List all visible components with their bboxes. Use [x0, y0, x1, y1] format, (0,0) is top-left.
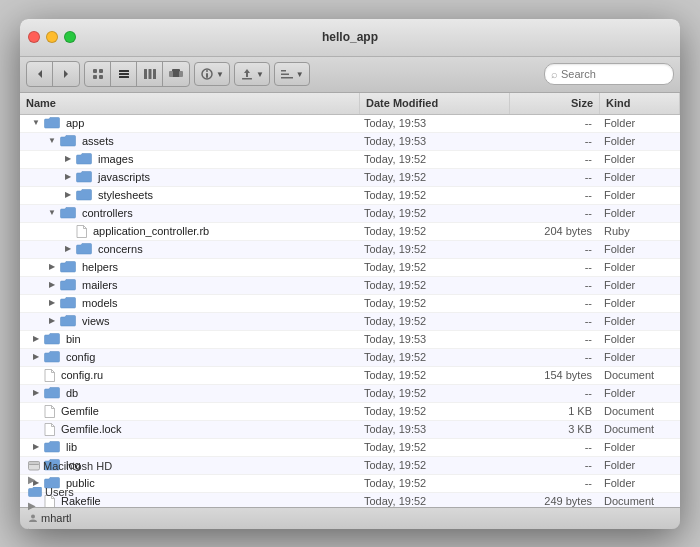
svg-marker-1: [64, 70, 68, 78]
expand-triangle[interactable]: ▶: [47, 316, 57, 326]
file-kind-cell: Folder: [600, 261, 680, 273]
expand-triangle[interactable]: ▼: [47, 208, 57, 218]
folder-icon: [76, 189, 92, 201]
expand-triangle[interactable]: ▼: [31, 118, 41, 128]
table-row[interactable]: ▼ appToday, 19:53--Folder: [20, 115, 680, 133]
file-name-cell: ▶ stylesheets: [20, 189, 360, 201]
file-name-text: javascripts: [98, 171, 150, 183]
breadcrumb-item[interactable]: Macintosh HD: [28, 460, 112, 472]
table-row[interactable]: ▼ assetsToday, 19:53--Folder: [20, 133, 680, 151]
file-name-cell: ▶ helpers: [20, 261, 360, 273]
file-date-cell: Today, 19:52: [360, 441, 510, 453]
table-row[interactable]: ▶ viewsToday, 19:52--Folder: [20, 313, 680, 331]
table-row[interactable]: ▶ mailersToday, 19:52--Folder: [20, 277, 680, 295]
file-name-text: helpers: [82, 261, 118, 273]
file-list[interactable]: Name Date Modified Size Kind ▼ appToday,…: [20, 93, 680, 507]
file-name-text: mailers: [82, 279, 117, 291]
table-row[interactable]: ▶ helpersToday, 19:52--Folder: [20, 259, 680, 277]
table-row[interactable]: ▶ binToday, 19:53--Folder: [20, 331, 680, 349]
svg-marker-0: [38, 70, 42, 78]
file-date-cell: Today, 19:52: [360, 189, 510, 201]
file-name-cell: ▼ controllers: [20, 207, 360, 219]
forward-button[interactable]: [53, 62, 79, 86]
column-view-button[interactable]: [137, 62, 163, 86]
search-input[interactable]: [561, 68, 667, 80]
expand-triangle[interactable]: ▶: [63, 172, 73, 182]
table-row[interactable]: Gemfile.lockToday, 19:533 KBDocument: [20, 421, 680, 439]
table-row[interactable]: ▶ publicToday, 19:52--Folder: [20, 475, 680, 493]
table-row[interactable]: config.ruToday, 19:52154 bytesDocument: [20, 367, 680, 385]
breadcrumb-item[interactable]: mhartl: [28, 512, 112, 524]
table-row[interactable]: application_controller.rbToday, 19:52204…: [20, 223, 680, 241]
view-buttons: [84, 61, 190, 87]
file-name-cell: ▼ assets: [20, 135, 360, 147]
table-row[interactable]: ▶ configToday, 19:52--Folder: [20, 349, 680, 367]
folder-icon: [44, 387, 60, 399]
file-name-text: Gemfile: [61, 405, 99, 417]
file-date-cell: Today, 19:52: [360, 243, 510, 255]
breadcrumb-separator: ▶: [28, 500, 36, 511]
expand-triangle[interactable]: ▼: [47, 136, 57, 146]
svg-rect-4: [93, 75, 97, 79]
file-kind-cell: Folder: [600, 135, 680, 147]
file-size-cell: 249 bytes: [510, 495, 600, 507]
table-row[interactable]: ▶ imagesToday, 19:52--Folder: [20, 151, 680, 169]
table-row[interactable]: ▶ concernsToday, 19:52--Folder: [20, 241, 680, 259]
file-name-text: Gemfile.lock: [61, 423, 122, 435]
file-name-cell: Gemfile: [20, 405, 360, 418]
expand-triangle[interactable]: ▶: [63, 190, 73, 200]
search-box[interactable]: ⌕: [544, 63, 674, 85]
table-row[interactable]: ▶ modelsToday, 19:52--Folder: [20, 295, 680, 313]
date-column-header[interactable]: Date Modified: [360, 93, 510, 114]
size-column-header[interactable]: Size: [510, 93, 600, 114]
action-button[interactable]: ▼: [194, 62, 230, 86]
file-size-cell: --: [510, 441, 600, 453]
svg-rect-12: [172, 69, 180, 77]
expand-triangle[interactable]: ▶: [63, 244, 73, 254]
file-kind-cell: Folder: [600, 207, 680, 219]
expand-triangle[interactable]: ▶: [31, 388, 41, 398]
file-name-text: stylesheets: [98, 189, 153, 201]
file-name-text: models: [82, 297, 117, 309]
expand-triangle[interactable]: ▶: [47, 262, 57, 272]
folder-icon: [76, 153, 92, 165]
file-size-cell: --: [510, 477, 600, 489]
breadcrumb: Macintosh HD▶Users▶mhartl▶workspace▶hell…: [28, 460, 112, 529]
icon-view-button[interactable]: [85, 62, 111, 86]
file-size-cell: --: [510, 261, 600, 273]
expand-triangle[interactable]: ▶: [47, 298, 57, 308]
action-dropdown-arrow: ▼: [216, 70, 224, 79]
search-icon: ⌕: [551, 68, 558, 80]
table-row[interactable]: ▶ libToday, 19:52--Folder: [20, 439, 680, 457]
share-button[interactable]: ▼: [234, 62, 270, 86]
expand-triangle[interactable]: ▶: [31, 442, 41, 452]
svg-rect-19: [281, 70, 286, 72]
file-name-cell: ▶ config: [20, 351, 360, 363]
name-column-header[interactable]: Name: [20, 93, 360, 114]
expand-triangle[interactable]: ▶: [31, 352, 41, 362]
minimize-button[interactable]: [46, 31, 58, 43]
table-row[interactable]: ▶ stylesheetsToday, 19:52--Folder: [20, 187, 680, 205]
table-row[interactable]: GemfileToday, 19:521 KBDocument: [20, 403, 680, 421]
file-date-cell: Today, 19:52: [360, 369, 510, 381]
close-button[interactable]: [28, 31, 40, 43]
breadcrumb-item[interactable]: Users: [28, 486, 112, 498]
expand-triangle: [31, 424, 41, 434]
file-kind-cell: Folder: [600, 441, 680, 453]
list-view-button[interactable]: [111, 62, 137, 86]
back-button[interactable]: [27, 62, 53, 86]
table-row[interactable]: ▶ dbToday, 19:52--Folder: [20, 385, 680, 403]
table-row[interactable]: ▶ javascriptsToday, 19:52--Folder: [20, 169, 680, 187]
kind-column-header[interactable]: Kind: [600, 93, 680, 114]
table-row[interactable]: ▶ logToday, 19:52--Folder: [20, 457, 680, 475]
coverflow-view-button[interactable]: [163, 62, 189, 86]
table-row[interactable]: RakefileToday, 19:52249 bytesDocument: [20, 493, 680, 507]
svg-point-24: [31, 515, 35, 519]
expand-triangle[interactable]: ▶: [31, 334, 41, 344]
arrange-button[interactable]: ▼: [274, 62, 310, 86]
file-name-text: images: [98, 153, 133, 165]
expand-triangle[interactable]: ▶: [47, 280, 57, 290]
table-row[interactable]: ▼ controllersToday, 19:52--Folder: [20, 205, 680, 223]
expand-triangle[interactable]: ▶: [63, 154, 73, 164]
maximize-button[interactable]: [64, 31, 76, 43]
